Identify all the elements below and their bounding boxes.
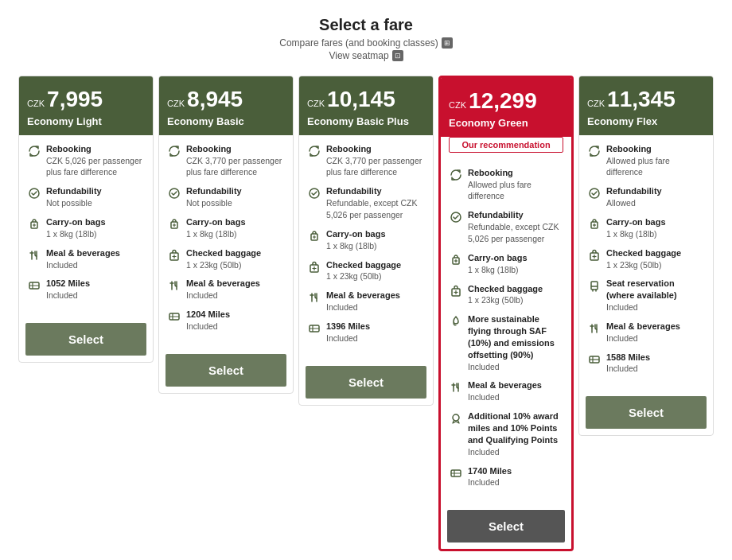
feature-title: 1052 Miles (46, 278, 90, 290)
subtitle: Compare fares (and booking classes) ⊞ (16, 37, 716, 49)
select-button-economy-basic-plus[interactable]: Select (306, 366, 426, 399)
feature-desc: Included (606, 333, 638, 343)
select-button-economy-green[interactable]: Select (447, 510, 565, 542)
feature-item: Carry-on bags 1 x 8kg (18lb) (27, 216, 145, 240)
feature-title: More sustainable flying through SAF (10%… (468, 313, 563, 360)
compare-icon[interactable]: ⊞ (442, 37, 453, 49)
baggage-icon (587, 248, 602, 262)
feature-title: Refundability (186, 185, 242, 197)
feature-desc: 1 x 23kg (50lb) (186, 260, 241, 270)
feature-desc: Refundable, except CZK 5,026 per passeng… (326, 198, 417, 220)
feature-title: Rebooking (606, 143, 705, 155)
feature-title: Meal & beverages (46, 247, 120, 259)
feature-title: Checked baggage (326, 259, 401, 271)
award-icon (449, 411, 463, 426)
feature-desc: Included (468, 477, 500, 487)
feature-item: Carry-on bags 1 x 8kg (18lb) (307, 228, 425, 252)
fare-name: Economy Green (449, 117, 563, 129)
feature-title: 1396 Miles (326, 321, 370, 332)
feature-item: Meal & beverages Included (449, 379, 563, 403)
feature-title: Refundability (468, 209, 563, 221)
page-header: Select a fare Compare fares (and booking… (16, 16, 716, 61)
feature-desc: Included (186, 321, 218, 331)
feature-item: Meal & beverages Included (167, 278, 285, 301)
feature-item: 1204 Miles Included (167, 309, 285, 332)
price-currency: CZK (167, 99, 187, 108)
select-button-economy-light[interactable]: Select (25, 323, 146, 356)
feature-item: Carry-on bags 1 x 8kg (18lb) (167, 216, 285, 240)
feature-title: Carry-on bags (46, 216, 106, 228)
feature-title: 1588 Miles (606, 352, 650, 364)
feature-title: Meal & beverages (326, 290, 400, 301)
feature-item: Checked baggage 1 x 23kg (50lb) (167, 247, 285, 271)
feature-desc: 1 x 23kg (50lb) (606, 260, 661, 270)
meal-icon (449, 380, 463, 395)
carry-on-icon (587, 217, 602, 231)
feature-title: Carry-on bags (186, 216, 246, 228)
feature-item: Refundability Refundable, except CZK 5,0… (449, 209, 563, 245)
feature-desc: CZK 3,770 per passenger plus fare differ… (326, 156, 422, 177)
feature-desc: Included (326, 302, 358, 312)
price-currency: CZK (307, 99, 327, 108)
feature-desc: Not possible (186, 198, 232, 208)
feature-desc: 1 x 8kg (18lb) (326, 241, 377, 251)
feature-item: Refundability Refundable, except CZK 5,0… (307, 185, 425, 221)
price-currency: CZK (449, 100, 469, 110)
card-footer-economy-basic-plus: Select (299, 360, 433, 405)
feature-item: Seat reservation (where available) Inclu… (587, 278, 705, 313)
feature-desc: CZK 3,770 per passenger plus fare differ… (186, 156, 282, 177)
meal-icon (307, 290, 321, 305)
saf-icon (449, 314, 463, 329)
feature-item: Checked baggage 1 x 23kg (50lb) (307, 259, 425, 283)
feature-item: Refundability Not possible (167, 185, 285, 209)
feature-desc: Included (468, 447, 500, 457)
select-button-economy-flex[interactable]: Select (586, 396, 707, 429)
seat-icon (587, 278, 602, 293)
feature-title: Refundability (46, 185, 102, 197)
price-amount: 11,345 (607, 87, 676, 111)
feature-title: Refundability (326, 185, 425, 197)
card-footer-economy-light: Select (19, 317, 153, 362)
rebooking-icon (587, 144, 602, 158)
feature-item: 1396 Miles Included (307, 321, 425, 344)
miles-icon (167, 309, 181, 324)
feature-item: Carry-on bags 1 x 8kg (18lb) (587, 216, 705, 240)
miles-icon (587, 352, 602, 367)
price-currency: CZK (587, 99, 607, 108)
feature-title: Meal & beverages (186, 278, 260, 290)
seatmap-link[interactable]: View seatmap ⊡ (16, 50, 716, 61)
feature-item: Refundability Not possible (27, 185, 145, 209)
feature-item: Additional 10% award miles and 10% Point… (449, 410, 563, 457)
fare-cards: CZK 7,995 Economy Light Rebooking CZK 5,… (16, 76, 716, 551)
price-amount: 10,145 (327, 87, 395, 111)
feature-desc: Included (606, 364, 638, 373)
feature-desc: 1 x 8kg (18lb) (46, 229, 97, 239)
feature-item: Carry-on bags 1 x 8kg (18lb) (449, 252, 563, 276)
feature-item: Rebooking CZK 3,770 per passenger plus f… (307, 143, 425, 179)
feature-desc: 1 x 23kg (50lb) (326, 271, 381, 281)
baggage-icon (307, 260, 321, 274)
card-footer-economy-basic: Select (159, 348, 293, 393)
card-footer-economy-flex: Select (579, 390, 713, 435)
fare-name: Economy Light (27, 115, 145, 127)
card-header-economy-basic-plus: CZK 10,145 Economy Basic Plus (299, 76, 433, 135)
feature-title: Checked baggage (186, 247, 261, 259)
feature-title: Refundability (606, 185, 662, 197)
feature-desc: Included (186, 290, 218, 300)
recommendation-badge: Our recommendation (449, 137, 563, 153)
fare-card-economy-basic: CZK 8,945 Economy Basic Rebooking CZK 3,… (158, 76, 294, 394)
card-body-economy-light: Rebooking CZK 5,026 per passenger plus f… (19, 135, 153, 317)
card-header-economy-green: CZK 12,299 Economy Green (441, 78, 571, 137)
seatmap-icon: ⊡ (392, 50, 403, 61)
feature-item: Meal & beverages Included (27, 247, 145, 271)
feature-item: Rebooking CZK 3,770 per passenger plus f… (167, 143, 285, 179)
carry-on-icon (449, 253, 463, 267)
feature-title: Carry-on bags (606, 216, 666, 228)
feature-title: 1740 Miles (468, 465, 512, 477)
select-button-economy-basic[interactable]: Select (165, 354, 286, 387)
feature-item: Checked baggage 1 x 23kg (50lb) (587, 247, 705, 271)
rebooking-icon (449, 168, 463, 182)
card-header-economy-basic: CZK 8,945 Economy Basic (159, 76, 293, 135)
feature-item: Rebooking Allowed plus fare difference (587, 143, 705, 179)
fare-card-economy-green: CZK 12,299 Economy Green Our recommendat… (438, 76, 574, 551)
